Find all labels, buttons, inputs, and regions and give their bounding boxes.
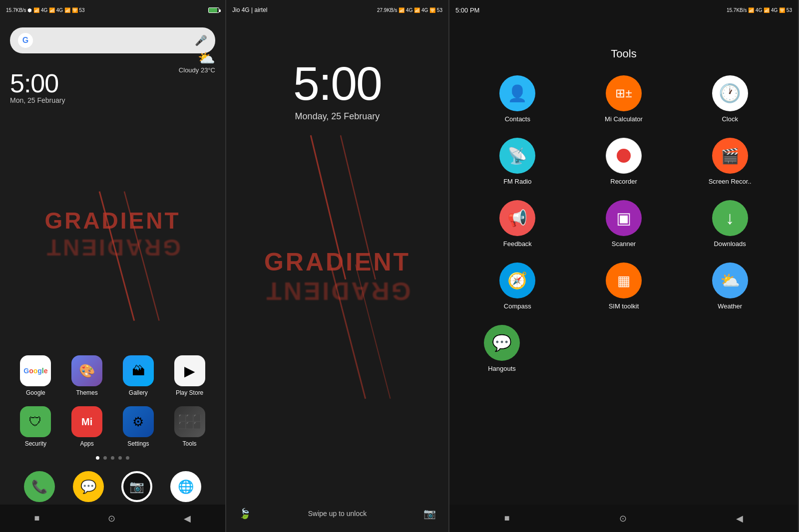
app-settings[interactable]: ⚙ Settings — [118, 406, 158, 447]
tool-fmradio[interactable]: 📡 FM Radio — [490, 138, 545, 185]
recorder-label: Recorder — [610, 178, 637, 185]
nav-stop-3[interactable]: ■ — [504, 513, 510, 524]
tool-recorder[interactable]: Recorder — [596, 138, 651, 185]
tools-row-4: 🧭 Compass ▦ SIM toolkit ⛅ Weather — [464, 263, 783, 310]
scanner-label: Scanner — [612, 240, 636, 248]
hangouts-label: Hangouts — [488, 365, 516, 372]
dot-4 — [118, 456, 122, 460]
simtoolkit-icon: ▦ — [606, 263, 642, 298]
nav-home[interactable]: ⊙ — [108, 513, 115, 524]
dock-messages[interactable]: 💬 — [73, 471, 104, 502]
svg-line-3 — [341, 135, 376, 279]
settings-icon: ⚙ — [123, 406, 154, 437]
clock-icon: 🕐 — [712, 75, 748, 111]
google-label: Google — [26, 389, 45, 396]
nav-bar-tools: ■ ⊙ ◀ — [449, 505, 798, 532]
tools-row-2: 📡 FM Radio Recorder 🎬 Screen Recor.. — [464, 138, 783, 185]
tool-clock[interactable]: 🕐 Clock — [703, 75, 758, 123]
app-gallery[interactable]: 🏔 Gallery — [118, 355, 158, 396]
app-playstore[interactable]: ▶ Play Store — [170, 355, 210, 396]
downloads-icon: ↓ — [712, 200, 748, 236]
security-icon: 🛡 — [20, 406, 51, 437]
lock-leaf-icon: 🍃 — [239, 508, 251, 520]
lock-date: Monday, 25 February — [226, 111, 448, 122]
mic-icon[interactable]: 🎤 — [195, 34, 207, 46]
nav-home-3[interactable]: ⊙ — [619, 513, 627, 524]
simtoolkit-label: SIM toolkit — [609, 302, 639, 310]
lock-time: 5:00 — [226, 60, 448, 107]
tool-screenrecorder[interactable]: 🎬 Screen Recor.. — [703, 138, 758, 185]
tools-row-1: 👤 Contacts ⊞± Mi Calculator 🕐 Clock — [464, 75, 783, 123]
nav-back[interactable]: ◀ — [184, 513, 191, 524]
compass-label: Compass — [504, 302, 531, 310]
tool-downloads[interactable]: ↓ Downloads — [703, 200, 758, 248]
contacts-label: Contacts — [505, 115, 530, 123]
dock-camera[interactable]: 📷 — [121, 471, 152, 502]
svg-line-0 — [99, 192, 134, 321]
tools-row-3: 📢 Feedback ▣ Scanner ↓ Downloads — [464, 200, 783, 248]
feedback-icon: 📢 — [499, 200, 535, 236]
home-screen-panel: 15.7KB/s ⬢ 📶 4G 📶 4G 📶 🛜 53 G 🎤 5:00 Mon… — [0, 0, 226, 532]
tools-folder-panel: 5:00 PM 15.7KB/s 📶 4G 📶 4G 🛜 53 Tools 👤 … — [449, 0, 799, 532]
watermark: GRADIENT GRADIENT — [44, 207, 180, 261]
tool-hangouts[interactable]: 💬 Hangouts — [474, 325, 529, 372]
dock-phone[interactable]: 📞 — [24, 471, 55, 502]
tools-grid: 👤 Contacts ⊞± Mi Calculator 🕐 Clock — [449, 70, 798, 392]
app-security[interactable]: 🛡 Security — [15, 406, 55, 447]
tools-row-5: 💬 Hangouts — [464, 325, 783, 372]
lock-watermark: GRADIENT GRADIENT — [264, 248, 410, 305]
home-weather: ⛅ Cloudy 23°C — [179, 50, 215, 74]
lock-clock: 5:00 Monday, 25 February — [226, 60, 448, 122]
tool-feedback[interactable]: 📢 Feedback — [490, 200, 545, 248]
downloads-label: Downloads — [714, 240, 746, 248]
tool-compass[interactable]: 🧭 Compass — [490, 263, 545, 310]
status-bar-tools: 5:00 PM 15.7KB/s 📶 4G 📶 4G 🛜 53 — [449, 0, 798, 20]
dot-5 — [126, 456, 129, 460]
app-row-1: Google Google 🎨 Themes 🏔 Gallery ▶ — [10, 355, 215, 396]
tools-icon: ⬛⬛⬛⬛⬛⬛ — [174, 406, 205, 437]
page-indicators — [0, 456, 225, 460]
home-date: Mon, 25 February — [10, 96, 215, 104]
nav-bar-home: ■ ⊙ ◀ — [0, 505, 225, 532]
recorder-icon — [606, 138, 642, 174]
app-grid: Google Google 🎨 Themes 🏔 Gallery ▶ — [0, 355, 225, 457]
lock-camera-icon[interactable]: 📷 — [423, 508, 436, 520]
lock-bottom-bar: 🍃 Swipe up to unlock 📷 — [226, 508, 448, 520]
tool-scanner[interactable]: ▣ Scanner — [596, 200, 651, 248]
status-bar-lock: Jio 4G | airtel 27.9KB/s 📶 4G 📶 4G 🛜 53 — [226, 0, 448, 20]
tool-simtoolkit[interactable]: ▦ SIM toolkit — [596, 263, 651, 310]
google-icon: Google — [20, 355, 51, 386]
dock-chrome[interactable]: 🌐 — [170, 471, 201, 502]
calculator-icon: ⊞± — [606, 75, 642, 111]
google-logo: G — [18, 33, 33, 48]
tool-contacts[interactable]: 👤 Contacts — [490, 75, 545, 123]
screenrecorder-icon: 🎬 — [712, 138, 748, 174]
weather-icon: ⛅ — [179, 50, 215, 66]
app-apps[interactable]: Mi Apps — [67, 406, 107, 447]
apps-icon: Mi — [71, 406, 102, 437]
nav-back-3[interactable]: ◀ — [736, 513, 743, 524]
dock: 📞 💬 📷 🌐 — [0, 471, 225, 502]
hangouts-icon: 💬 — [484, 325, 520, 361]
gallery-icon: 🏔 — [123, 355, 154, 386]
tool-weather[interactable]: ⛅ Weather — [703, 263, 758, 310]
playstore-icon: ▶ — [174, 355, 205, 386]
weather-label: Weather — [718, 302, 742, 310]
nav-stop[interactable]: ■ — [34, 513, 40, 524]
compass-icon: 🧭 — [499, 263, 535, 298]
apps-label: Apps — [80, 440, 93, 447]
app-tools[interactable]: ⬛⬛⬛⬛⬛⬛ Tools — [170, 406, 210, 447]
app-google[interactable]: Google Google — [15, 355, 55, 396]
svg-line-2 — [311, 135, 346, 279]
tools-label: Tools — [183, 440, 197, 447]
status-icons-lock: 27.9KB/s 📶 4G 📶 4G 🛜 53 — [377, 7, 442, 13]
carrier-label: Jio 4G | airtel — [232, 6, 267, 13]
tool-calculator[interactable]: ⊞± Mi Calculator — [596, 75, 651, 123]
security-label: Security — [25, 440, 46, 447]
app-themes[interactable]: 🎨 Themes — [67, 355, 107, 396]
tools-signal-status: 15.7KB/s 📶 4G 📶 4G 🛜 53 — [727, 7, 792, 13]
svg-line-4 — [331, 265, 366, 399]
feedback-label: Feedback — [503, 240, 532, 248]
themes-icon: 🎨 — [71, 355, 102, 386]
swipe-text: Swipe up to unlock — [308, 510, 367, 518]
